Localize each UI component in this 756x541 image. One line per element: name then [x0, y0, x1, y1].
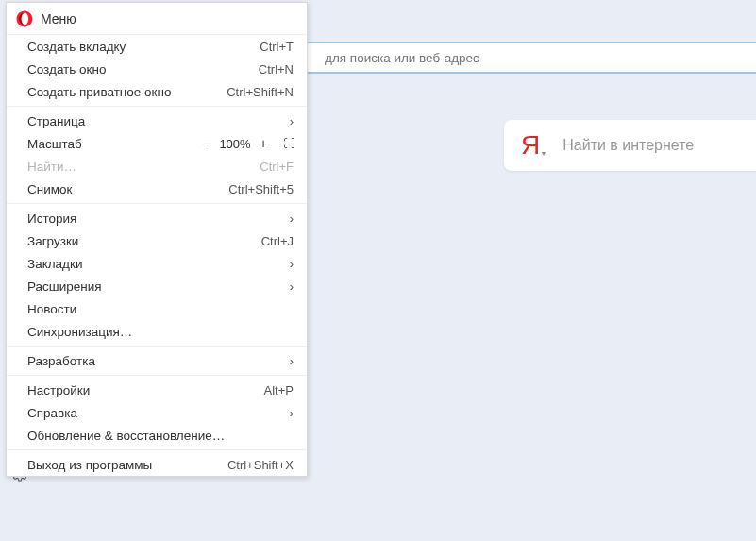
menu-item-find: Найти…Ctrl+F: [7, 155, 307, 178]
menu-item-label: Синхронизация…: [27, 325, 294, 339]
menu-item-shortcut: Ctrl+Shift+5: [228, 182, 294, 196]
menu-item-label: Снимок: [27, 182, 221, 196]
menu-item-label: Справка: [27, 406, 282, 420]
menu-separator: [7, 449, 307, 450]
menu-item-label: Новости: [27, 302, 294, 316]
yandex-icon[interactable]: Я ▾: [521, 132, 546, 159]
menu-header[interactable]: Меню: [7, 3, 307, 35]
menu-item-label: Закладки: [27, 257, 282, 271]
menu-item-shortcut: Ctrl+Shift+X: [227, 458, 294, 472]
menu-title: Меню: [41, 11, 76, 26]
chevron-right-icon: ›: [290, 114, 294, 128]
menu-item-news[interactable]: Новости: [7, 297, 307, 320]
menu-item-label: Обновление & восстановление…: [27, 429, 294, 443]
menu-item-shortcut: Ctrl+F: [260, 160, 294, 174]
menu-item-snapshot[interactable]: СнимокCtrl+Shift+5: [7, 178, 307, 200]
menu-item-page[interactable]: Страница›: [7, 110, 307, 132]
chevron-right-icon: ›: [290, 257, 294, 271]
menu-item-new-window[interactable]: Создать окноCtrl+N: [7, 58, 307, 80]
opera-icon: [16, 10, 33, 27]
menu-item-develop[interactable]: Разработка›: [7, 349, 307, 372]
zoom-out-button[interactable]: −: [200, 137, 213, 150]
menu-separator: [7, 203, 307, 204]
menu-item-label: Найти…: [27, 160, 252, 174]
menu-item-label: Загрузки: [27, 234, 254, 248]
menu-item-label: Настройки: [27, 383, 257, 397]
zoom-percent: 100%: [219, 137, 251, 151]
menu-item-extensions[interactable]: Расширения›: [7, 275, 307, 297]
chevron-down-icon: ▾: [542, 149, 546, 158]
menu-item-label: Создать вкладку: [27, 40, 252, 54]
menu-item-downloads[interactable]: ЗагрузкиCtrl+J: [7, 229, 307, 252]
menu-separator: [7, 106, 307, 107]
menu-item-new-tab[interactable]: Создать вкладкуCtrl+T: [7, 35, 307, 58]
menu-separator: [7, 346, 307, 347]
zoom-in-button[interactable]: +: [257, 137, 270, 150]
menu-item-label: Масштаб: [27, 137, 200, 151]
menu-item-label: Создать окно: [27, 62, 251, 76]
menu-item-history[interactable]: История›: [7, 207, 307, 229]
search-card[interactable]: Я ▾ Найти в интернете: [504, 120, 756, 171]
zoom-controls: −100%+⛶: [200, 137, 294, 151]
menu-separator: [7, 375, 307, 376]
search-placeholder: Найти в интернете: [563, 137, 694, 154]
fullscreen-icon[interactable]: ⛶: [283, 137, 294, 150]
menu-item-label: Разработка: [27, 354, 282, 368]
chevron-right-icon: ›: [290, 354, 294, 368]
menu-item-label: История: [27, 211, 282, 226]
menu-item-bookmarks[interactable]: Закладки›: [7, 252, 307, 275]
menu-item-recovery[interactable]: Обновление & восстановление…: [7, 424, 307, 447]
menu-item-shortcut: Ctrl+Shift+N: [227, 85, 294, 99]
menu-item-label: Страница: [27, 114, 282, 128]
menu-item-zoom[interactable]: Масштаб−100%+⛶: [7, 132, 307, 155]
menu-item-exit[interactable]: Выход из программыCtrl+Shift+X: [7, 453, 307, 476]
chevron-right-icon: ›: [290, 406, 294, 420]
menu-item-shortcut: Ctrl+J: [261, 234, 294, 248]
main-menu: Меню Создать вкладкуCtrl+TСоздать окноCt…: [6, 2, 308, 477]
menu-item-label: Выход из программы: [27, 458, 220, 472]
chevron-right-icon: ›: [290, 211, 294, 226]
menu-item-label: Расширения: [27, 279, 282, 294]
menu-item-shortcut: Ctrl+T: [260, 40, 294, 54]
menu-item-help[interactable]: Справка›: [7, 401, 307, 424]
menu-item-shortcut: Ctrl+N: [259, 62, 294, 76]
menu-item-shortcut: Alt+P: [264, 383, 294, 397]
chevron-right-icon: ›: [290, 279, 294, 294]
menu-item-sync[interactable]: Синхронизация…: [7, 320, 307, 343]
menu-item-settings[interactable]: НастройкиAlt+P: [7, 379, 307, 401]
menu-item-new-priv[interactable]: Создать приватное окноCtrl+Shift+N: [7, 80, 307, 103]
menu-item-label: Создать приватное окно: [27, 85, 219, 99]
